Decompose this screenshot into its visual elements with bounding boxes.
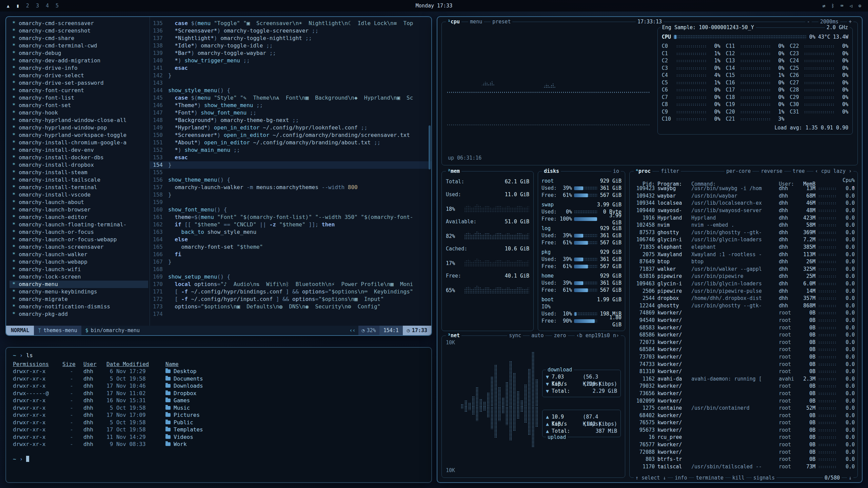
file-item[interactable]: * omarchy-install-chromium-google-a (9, 139, 148, 146)
process-row[interactable]: 109423swaybg/usr/bin/swaybg -i /homdhh13… (633, 185, 855, 192)
file-item[interactable]: * omarchy-launch-wifi (9, 266, 148, 273)
process-row[interactable]: 102458nvimnvim --embed .dhh58M0.0 (633, 222, 855, 229)
network-icon[interactable]: ⇄ (823, 3, 825, 8)
menu-button[interactable]: menu (468, 18, 484, 25)
workspace-3[interactable]: 3 (36, 3, 39, 9)
process-row[interactable]: 72088kworker/root0B0.0 (633, 448, 855, 456)
file-item[interactable]: * omarchy-launch-about (9, 199, 148, 206)
file-item[interactable]: * omarchy-install-dev-env (9, 146, 148, 154)
process-row[interactable]: 87649btopbtopdhh26M0.0 (633, 258, 855, 266)
net-interface-switcher[interactable]: ‹b enp191s0 n› (575, 332, 621, 339)
file-item[interactable]: * omarchy-dev-add-migration (9, 57, 148, 64)
process-row[interactable]: 94540kworker/root0B0.0 (633, 317, 855, 324)
process-row[interactable]: 71835elephantelephantdhh385M0.0 (633, 244, 855, 251)
file-item[interactable]: * omarchy-drive-info (9, 64, 148, 72)
process-row[interactable]: 68584kworker/root0B0.0 (633, 346, 855, 353)
file-item[interactable]: * omarchy-launch-walker (9, 251, 148, 258)
file-item[interactable]: * omarchy-hyprland-workspace-toggle (9, 131, 148, 139)
preset-button[interactable]: preset (491, 18, 512, 25)
file-item[interactable]: * omarchy-install-vscode (9, 191, 148, 199)
process-row[interactable]: 68586kworker/root0B0.0 (633, 331, 855, 339)
file-item[interactable]: * omarchy-launch-or-focus (9, 228, 148, 236)
workspace-active-icon[interactable]: ▮ (16, 3, 19, 9)
power-icon[interactable]: ⊙ (859, 3, 861, 8)
filter-button[interactable]: filter (659, 168, 681, 175)
net-box-title[interactable]: ³net (446, 332, 461, 339)
file-item[interactable]: * omarchy-font-set (9, 102, 148, 109)
file-item[interactable]: * omarchy-launch-browser (9, 206, 148, 214)
file-item[interactable]: * omarchy-launch-screensaver (9, 243, 148, 251)
process-row[interactable]: 109440swayosd-/usr/lib/swayosd-serverdhh… (633, 207, 855, 215)
process-row[interactable]: 109463glycin-i/usr/lib/glycin-loadersdhh… (633, 280, 855, 288)
process-row[interactable]: 76577kworker/root0B0.0 (633, 441, 855, 449)
process-row[interactable]: 106746glycin-i/usr/lib/glycin-loadersdhh… (633, 236, 855, 244)
process-row[interactable]: 74869kworker/root0B0.0 (633, 309, 855, 317)
file-item[interactable]: * omarchy-hyprland-window-pop (9, 124, 148, 131)
proc-box-title[interactable]: ⁴proc (634, 168, 652, 175)
file-item[interactable]: * omarchy-cmd-terminal-cwd (9, 42, 148, 49)
file-item[interactable]: * omarchy-install-terminal (9, 184, 148, 191)
file-item[interactable]: * omarchy-pkg-add (9, 310, 148, 318)
reverse-button[interactable]: reverse (759, 168, 784, 175)
workspace-2[interactable]: 2 (26, 3, 29, 9)
file-item[interactable]: * omarchy-font-list (9, 94, 148, 102)
terminal-window[interactable]: ~ › ls PermissionsSizeUserDate ModifiedN… (5, 347, 432, 483)
process-row[interactable]: 16rcu_preeroot0B0.0 (633, 434, 855, 441)
file-item[interactable]: * omarchy-cmd-share (9, 35, 148, 42)
process-row[interactable]: 803btrfs-trroot0B0.0 (633, 456, 855, 463)
process-row[interactable]: 63816pipewire/usr/bin/pipewiredhh25M0.0 (633, 273, 855, 280)
file-item[interactable]: * omarchy-hook (9, 109, 148, 117)
keyboard-icon[interactable]: ⌨ (841, 3, 843, 8)
process-row[interactable]: 95673kworker/root0B0.0 (633, 427, 855, 434)
file-item[interactable]: * omarchy-debug (9, 49, 148, 57)
file-item[interactable]: * omarchy-cmd-screenshot (9, 27, 148, 35)
interval-minus-button[interactable]: - (805, 18, 812, 25)
process-row[interactable]: 1170tailscal/usr/sbin/tailscaled --root7… (633, 463, 855, 471)
process-row[interactable]: 109344localsea/usr/lib/localsearch-exdhh… (633, 200, 855, 207)
mem-box-title[interactable]: ²mem (446, 168, 461, 175)
process-row[interactable]: 87573ghostty/usr/bin/ghostty --gtk-dhh36… (633, 229, 855, 237)
select-hint[interactable]: ↑ select ↓ (634, 474, 668, 481)
file-item[interactable]: * omarchy-cmd-screensaver (9, 20, 148, 27)
process-row[interactable]: 73656kworker/root0B0.0 (633, 390, 855, 398)
process-row[interactable]: 81310kworker/root0B0.0 (633, 368, 855, 375)
file-item[interactable]: * omarchy-lock-screen (9, 273, 148, 281)
file-item[interactable]: * omarchy-menu (9, 281, 148, 288)
process-row[interactable]: 71837walker/usr/bin/walker --gappldhh325… (633, 266, 855, 273)
file-item[interactable]: * omarchy-migrate (9, 296, 148, 303)
terminate-button[interactable]: terminate (694, 474, 725, 481)
info-button[interactable]: info (673, 474, 689, 481)
net-zero-button[interactable]: zero (552, 332, 568, 339)
file-item[interactable]: * omarchy-drive-select (9, 72, 148, 79)
workspace-4[interactable]: 4 (46, 3, 49, 9)
process-row[interactable]: 68583kworker/root0B0.0 (633, 324, 855, 331)
file-item[interactable]: * omarchy-launch-webapp (9, 258, 148, 266)
process-row[interactable]: 102099kworker/root0B0.0 (633, 397, 855, 405)
file-item[interactable]: * omarchy-launch-or-focus-webapp (9, 236, 148, 243)
git-branch[interactable]: ᛉ themes-menu (34, 326, 81, 335)
process-row[interactable]: 74733kworker/root0B0.0 (633, 361, 855, 368)
file-list[interactable]: * omarchy-cmd-screensaver* omarchy-cmd-s… (6, 17, 150, 326)
process-row[interactable]: 1162avahi-daavahi-daemon: running [avahi… (633, 375, 855, 383)
file-item[interactable]: * omarchy-hyprland-window-close-all (9, 117, 148, 124)
file-item[interactable]: * omarchy-notification-dismiss (9, 303, 148, 310)
net-auto-button[interactable]: auto (530, 332, 545, 339)
process-row[interactable]: 12244ghostty/usr/bin/ghostty --gtk-dhh86… (633, 302, 855, 310)
process-row[interactable]: 72073kworker/root0B0.0 (633, 339, 855, 346)
process-row[interactable]: 76575kworker/root0B0.0 (633, 419, 855, 427)
signals-button[interactable]: signals (752, 474, 776, 481)
process-row[interactable]: 2075XwaylandXwayland :1 -rootless -dhh11… (633, 251, 855, 258)
bluetooth-icon[interactable]: ᛒ (831, 3, 834, 8)
file-item[interactable]: * omarchy-font-current (9, 87, 148, 94)
file-item[interactable]: * omarchy-install-docker-dbs (9, 154, 148, 161)
file-item[interactable]: * omarchy-drive-set-password (9, 79, 148, 87)
tree-button[interactable]: tree (791, 168, 807, 175)
code-pane[interactable]: 135 case $(menu "Toggle" "▣ Screensaver\… (150, 17, 431, 326)
process-row[interactable]: 1916HyprlandHyprlanddhh423M0.0 (633, 214, 855, 222)
scroll-down-icon[interactable]: ↓ (847, 474, 853, 481)
disks-tab[interactable]: disks (542, 168, 561, 175)
process-row[interactable]: 1275containe/usr/bin/containerdroot52M0.… (633, 405, 855, 412)
sort-column-switcher[interactable]: ‹ cpu lazy › (813, 168, 853, 175)
process-row[interactable]: 2506pipewire/usr/bin/pipewire-pulsedhh14… (633, 287, 855, 295)
file-item[interactable]: * omarchy-launch-floating-terminal- (9, 221, 148, 228)
